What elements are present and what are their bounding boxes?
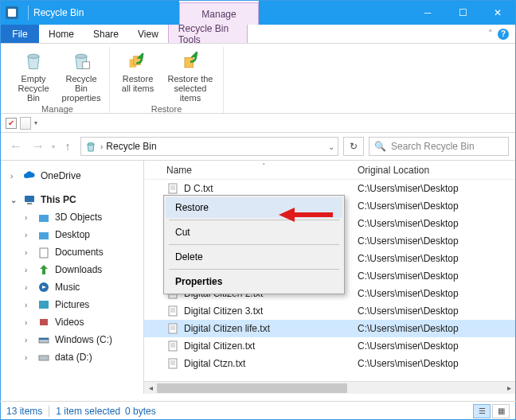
qat-dropdown-icon[interactable]: ▾ xyxy=(34,119,37,126)
nav-forward-button[interactable]: → xyxy=(29,139,47,154)
scroll-left-icon[interactable]: ◂ xyxy=(144,383,157,392)
tab-recycle-bin-tools[interactable]: Recycle Bin Tools xyxy=(168,25,248,43)
context-delete[interactable]: Delete xyxy=(166,247,342,267)
ribbon-group-restore: Restore all items Restore the selected i… xyxy=(110,47,224,113)
svg-rect-10 xyxy=(39,232,49,239)
file-location: C:\Users\miser\Desktop xyxy=(358,340,515,352)
collapse-ribbon-button[interactable]: ˄ xyxy=(488,29,493,39)
text-file-icon xyxy=(166,182,179,195)
app-icon xyxy=(6,6,18,19)
scrollbar-thumb[interactable] xyxy=(157,383,347,393)
file-location: C:\Users\miser\Desktop xyxy=(358,253,515,264)
tab-file[interactable]: File xyxy=(1,25,39,43)
text-file-icon xyxy=(166,322,179,335)
nav-history-dropdown[interactable]: ▾ xyxy=(52,143,55,150)
recycle-bin-properties-icon xyxy=(69,49,93,72)
nav-item-data-d-[interactable]: ›data (D:) xyxy=(7,348,140,366)
nav-icon xyxy=(37,263,50,276)
status-item-count: 13 items xyxy=(6,406,42,417)
file-row[interactable]: Digital Citizen.txtC:\Users\miser\Deskto… xyxy=(144,337,515,355)
file-location: C:\Users\miser\Desktop xyxy=(358,218,515,229)
address-bar[interactable]: › Recycle Bin ⌄ xyxy=(80,137,338,156)
nav-up-button[interactable]: ↑ xyxy=(60,140,76,153)
minimize-button[interactable]: ─ xyxy=(410,1,445,25)
file-location: C:\Users\miser\Desktop xyxy=(358,305,515,317)
svg-rect-7 xyxy=(25,196,34,202)
svg-rect-11 xyxy=(40,248,48,258)
nav-onedrive[interactable]: › OneDrive xyxy=(7,167,140,185)
nav-back-button[interactable]: ← xyxy=(7,139,25,154)
nav-item-3d-objects[interactable]: ›3D Objects xyxy=(7,208,140,226)
file-name: Digital Citizen 3.txt xyxy=(184,305,358,317)
search-placeholder: Search Recycle Bin xyxy=(391,141,475,152)
svg-rect-16 xyxy=(39,338,49,340)
help-icon[interactable]: ? xyxy=(498,29,509,40)
tab-share[interactable]: Share xyxy=(84,25,128,43)
search-icon: 🔍 xyxy=(374,141,386,152)
pc-icon xyxy=(23,193,36,206)
file-location: C:\Users\miser\Desktop xyxy=(358,200,515,212)
file-row[interactable]: Digital Ctzn.txtC:\Users\miser\Desktop xyxy=(144,355,515,372)
nav-item-downloads[interactable]: ›Downloads xyxy=(7,261,140,278)
context-cut[interactable]: Cut xyxy=(166,222,342,243)
horizontal-scrollbar[interactable]: ◂ ▸ xyxy=(144,381,515,394)
svg-rect-8 xyxy=(27,203,32,204)
search-input[interactable]: 🔍 Search Recycle Bin xyxy=(369,137,509,156)
svg-rect-58 xyxy=(169,359,177,368)
file-row[interactable]: Digital Citizen life.txtC:\Users\miser\D… xyxy=(144,320,515,337)
group-label-manage: Manage xyxy=(41,103,73,115)
svg-rect-2 xyxy=(83,62,90,69)
nav-item-windows-c-[interactable]: ›Windows (C:) xyxy=(7,331,140,348)
address-dropdown-icon[interactable]: ⌄ xyxy=(328,142,334,151)
file-name: Digital Ctzn.txt xyxy=(184,358,358,369)
collapse-icon[interactable]: ⌄ xyxy=(10,196,18,204)
ribbon-tabs: File Home Share View Recycle Bin Tools ˄… xyxy=(1,25,515,44)
restore-selected-items-button[interactable]: Restore the selected items xyxy=(162,47,218,103)
qat-checkbox-icon[interactable]: ✔ xyxy=(6,118,17,129)
address-bar-row: ← → ▾ ↑ › Recycle Bin ⌄ ↻ 🔍 Search Recyc… xyxy=(1,133,515,160)
scroll-right-icon[interactable]: ▸ xyxy=(502,383,515,392)
svg-rect-18 xyxy=(169,184,177,193)
file-name: D C.txt xyxy=(184,183,358,194)
icons-view-button[interactable]: ▦ xyxy=(492,404,510,418)
svg-rect-50 xyxy=(169,324,177,333)
text-file-icon xyxy=(166,340,179,352)
status-selection: 1 item selected xyxy=(56,406,120,417)
nav-icon xyxy=(37,298,50,311)
refresh-button[interactable]: ↻ xyxy=(343,137,364,156)
navigation-pane: › OneDrive ⌄ This PC ›3D Objects›Desktop… xyxy=(1,161,144,394)
tab-home[interactable]: Home xyxy=(39,25,84,43)
column-headers: Name˄ Original Location xyxy=(144,161,515,180)
maximize-button[interactable]: ☐ xyxy=(445,1,480,25)
file-row[interactable]: Digital Citizen 3.txtC:\Users\miser\Desk… xyxy=(144,302,515,320)
file-location: C:\Users\miser\Desktop xyxy=(358,288,515,299)
restore-all-items-button[interactable]: Restore all items xyxy=(115,47,161,103)
nav-this-pc[interactable]: ⌄ This PC xyxy=(7,191,140,208)
tab-view[interactable]: View xyxy=(128,25,168,43)
title-bar-left: Recycle Bin xyxy=(1,1,179,25)
nav-item-videos[interactable]: ›Videos xyxy=(7,313,140,331)
breadcrumb-root[interactable]: Recycle Bin xyxy=(106,141,156,152)
group-label-restore: Restore xyxy=(151,103,182,115)
nav-icon xyxy=(37,228,50,241)
close-button[interactable]: ✕ xyxy=(480,1,515,25)
nav-item-desktop[interactable]: ›Desktop xyxy=(7,226,140,243)
nav-item-music[interactable]: ›Music xyxy=(7,278,140,296)
nav-icon xyxy=(37,281,50,294)
column-name[interactable]: Name˄ xyxy=(166,165,358,176)
column-original-location[interactable]: Original Location xyxy=(358,165,515,176)
nav-item-pictures[interactable]: ›Pictures xyxy=(7,296,140,313)
empty-recycle-bin-button[interactable]: Empty Recycle Bin xyxy=(10,47,57,103)
expand-icon[interactable]: › xyxy=(10,172,18,181)
qat-document-icon[interactable] xyxy=(20,117,31,130)
context-properties[interactable]: Properties xyxy=(166,271,342,292)
nav-icon xyxy=(37,316,50,329)
quick-access-toolbar: ✔ ▾ xyxy=(1,114,515,133)
recycle-bin-properties-button[interactable]: Recycle Bin properties xyxy=(58,47,104,103)
file-name: Digital Citizen.txt xyxy=(184,340,358,352)
svg-point-1 xyxy=(76,54,87,58)
nav-item-documents[interactable]: ›Documents xyxy=(7,243,140,261)
status-bar: 13 items 1 item selected 0 bytes ☰ ▦ xyxy=(0,401,516,420)
details-view-button[interactable]: ☰ xyxy=(473,404,491,418)
svg-rect-17 xyxy=(39,356,49,360)
